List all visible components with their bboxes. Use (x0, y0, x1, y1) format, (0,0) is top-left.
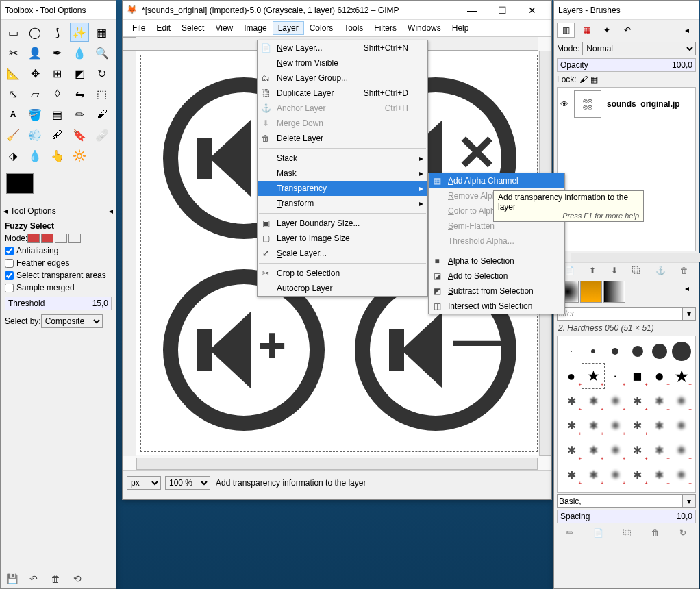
blend-mode-select[interactable]: Normal (582, 42, 696, 55)
menu-item-stack[interactable]: Stack (258, 151, 427, 166)
brush-filter-input[interactable] (557, 307, 682, 321)
close-button[interactable]: ✕ (517, 1, 547, 20)
clone-tool[interactable]: 🔖 (70, 125, 89, 145)
rect-select-tool[interactable]: ▭ (3, 23, 23, 42)
brush-cell[interactable]: ✱+ (649, 413, 671, 438)
ruler-vertical[interactable] (123, 51, 136, 456)
brush-cell[interactable]: ★+ (671, 364, 692, 388)
by-color-tool[interactable]: ▦ (92, 23, 112, 42)
brush-cell[interactable]: ✱+ (604, 462, 626, 487)
flip-tool[interactable]: ⇋ (70, 84, 89, 103)
brush-cell[interactable] (649, 339, 671, 364)
save-options-icon[interactable]: 💾 (5, 572, 18, 586)
menu-item-transform[interactable]: Transform (258, 196, 427, 211)
spacing-slider[interactable]: Spacing 10,0 (557, 510, 696, 523)
menu-item-intersect-with-selection[interactable]: ◫Intersect with Selection (429, 299, 564, 314)
brush-cell[interactable]: ✱+ (627, 462, 649, 487)
tab-arrow-icon[interactable]: ◂ (678, 23, 696, 38)
align-tool[interactable]: ⊞ (48, 64, 67, 83)
patterns-tab[interactable] (580, 281, 602, 303)
blend-tool[interactable]: ▤ (48, 105, 67, 124)
airbrush-tool[interactable]: 💨 (25, 125, 45, 145)
new-layer-icon[interactable]: 📄 (564, 266, 575, 275)
menu-item-layer-to-image-size[interactable]: ▢Layer to Image Size (258, 231, 427, 246)
mode-intersect[interactable] (68, 234, 81, 243)
menu-help[interactable]: Help (447, 21, 475, 35)
opacity-slider[interactable]: Opacity 100,0 (557, 58, 696, 72)
transparent-checkbox[interactable]: Select transparent areas (5, 271, 106, 280)
text-tool[interactable]: A (3, 105, 23, 124)
menu-file[interactable]: File (127, 21, 151, 35)
cage-tool[interactable]: ⬚ (92, 84, 112, 103)
lock-pixels-icon[interactable]: 🖌 (579, 75, 588, 84)
edit-brush-icon[interactable]: ✏ (566, 528, 573, 538)
menu-item-layer-boundary-size-[interactable]: ▣Layer Boundary Size... (258, 216, 427, 231)
mode-replace[interactable] (27, 234, 40, 243)
brush-cell[interactable]: ·+ (604, 364, 626, 388)
fuzzy-select-tool[interactable]: ✨ (70, 23, 89, 42)
brush-cell[interactable] (582, 339, 604, 364)
layer-name[interactable]: sounds_original.jp (607, 99, 680, 109)
tool-options-detach-icon[interactable]: ◂ (109, 206, 113, 216)
menu-item-autocrop-layer[interactable]: Autocrop Layer (258, 281, 427, 296)
brush-cell[interactable]: ✱+ (671, 413, 692, 438)
paths-tool[interactable]: ✒ (48, 43, 67, 62)
brush-preset-dropdown[interactable]: ▾ (682, 494, 696, 508)
lock-alpha-icon[interactable]: ▦ (590, 75, 598, 84)
color-picker-tool[interactable]: 💧 (70, 43, 89, 62)
menu-select[interactable]: Select (176, 21, 210, 35)
layer-thumbnail[interactable]: ◎◎◎◎ (574, 90, 601, 118)
eraser-tool[interactable]: 🧹 (3, 125, 23, 145)
brush-preset[interactable] (557, 494, 682, 508)
visibility-eye-icon[interactable]: 👁 (560, 99, 568, 109)
layer-row[interactable]: 👁 ◎◎◎◎ sounds_original.jp (558, 88, 695, 121)
channels-tab-icon[interactable]: ▦ (577, 23, 595, 38)
refresh-brush-icon[interactable]: ↻ (679, 528, 686, 538)
anchor-layer-icon[interactable]: ⚓ (655, 266, 666, 275)
perspective-tool[interactable]: ◊ (48, 84, 67, 103)
move-tool[interactable]: ✥ (25, 64, 45, 83)
brush-cell[interactable]: ✱+ (582, 413, 604, 438)
menu-item-new-layer-group-[interactable]: 🗂New Layer Group... (258, 71, 427, 86)
scissor-tool[interactable]: ✂ (3, 43, 23, 62)
brush-cell[interactable]: ●+ (560, 364, 582, 388)
unit-select[interactable]: px (127, 476, 161, 490)
lower-layer-icon[interactable]: ⬇ (611, 266, 618, 275)
menu-item-duplicate-layer[interactable]: ⿻Duplicate LayerShift+Ctrl+D (258, 86, 427, 101)
brush-cell[interactable]: ✱+ (627, 438, 649, 462)
brush-cell[interactable]: ✱+ (560, 438, 582, 462)
menu-item-alpha-to-selection[interactable]: ■Alpha to Selection (429, 253, 564, 268)
brush-cell[interactable]: ✱+ (649, 462, 671, 487)
brush-grid[interactable]: ●+★+·+■+●+★+✱+✱+✱+✱+✱+✱+✱+✱+✱+✱+✱+✱+✱+✱+… (557, 336, 696, 493)
brush-cell[interactable]: ✱+ (671, 388, 692, 413)
brush-cell[interactable]: ✱+ (582, 462, 604, 487)
blur-tool[interactable]: 💧 (25, 146, 45, 165)
ruler-corner[interactable] (123, 37, 136, 51)
layers-scrollbar[interactable] (571, 253, 700, 262)
menu-filters[interactable]: Filters (368, 21, 402, 35)
new-brush-icon[interactable]: 📄 (593, 528, 603, 538)
options-arrow-icon[interactable]: ◂ (3, 206, 8, 216)
brush-cell[interactable] (671, 339, 692, 364)
smudge-tool[interactable]: 👆 (48, 146, 67, 165)
brush-cell[interactable]: ✱+ (560, 413, 582, 438)
menu-item-delete-layer[interactable]: 🗑Delete Layer (258, 131, 427, 146)
brush-cell[interactable]: ✱+ (604, 388, 626, 413)
menu-item-subtract-from-selection[interactable]: ◩Subtract from Selection (429, 284, 564, 299)
restore-options-icon[interactable]: ↶ (27, 572, 40, 586)
brush-cell[interactable]: ✱+ (649, 438, 671, 462)
layer-list[interactable]: 👁 ◎◎◎◎ sounds_original.jp (557, 87, 696, 251)
brush-cell[interactable] (604, 339, 626, 364)
ink-tool[interactable]: 🖋 (48, 125, 67, 145)
menu-tools[interactable]: Tools (338, 21, 368, 35)
paths-tab-icon[interactable]: ✦ (598, 23, 616, 38)
h-scrollbar[interactable] (136, 458, 538, 470)
brush-cell[interactable]: ●+ (649, 364, 671, 388)
brush-cell[interactable]: ✱+ (560, 462, 582, 487)
delete-options-icon[interactable]: 🗑 (49, 572, 62, 586)
gradients-tab[interactable] (603, 281, 625, 303)
brush-cell[interactable]: ✱+ (627, 388, 649, 413)
filter-dropdown-icon[interactable]: ▾ (682, 307, 696, 321)
menu-colors[interactable]: Colors (304, 21, 339, 35)
brush-cell[interactable]: ✱+ (627, 413, 649, 438)
